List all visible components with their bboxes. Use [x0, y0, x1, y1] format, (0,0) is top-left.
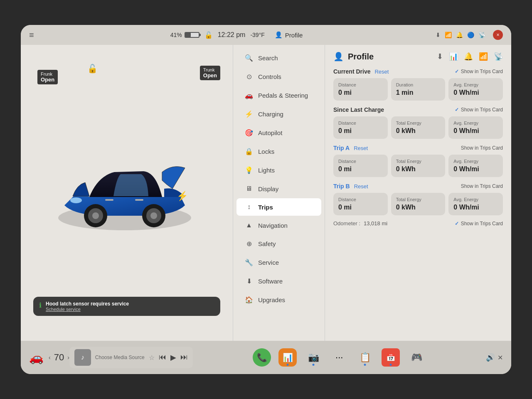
menu-item-autopilot[interactable]: 🎯 Autopilot	[236, 124, 321, 142]
media-source-text: Choose Media Source	[95, 355, 145, 360]
menu-item-charging[interactable]: ⚡ Charging	[236, 105, 321, 123]
music-icon: ♪	[81, 354, 84, 361]
navigation-icon: ▲	[245, 222, 253, 229]
upgrades-icon: 🏠	[245, 296, 253, 304]
contacts-button[interactable]: 📋	[356, 348, 374, 367]
menu-item-locks[interactable]: 🔒 Locks	[236, 143, 321, 160]
service-icon: 🔧	[245, 259, 253, 266]
person-icon: 👤	[275, 31, 283, 39]
menu-label-service: Service	[258, 259, 279, 266]
notification-banner: ℹ Hood latch sensor requires service Sch…	[33, 297, 220, 316]
stat-card-duration: Duration 1 min	[391, 78, 446, 101]
menu-label-charging: Charging	[258, 111, 283, 118]
checkmark-current: ✓	[455, 69, 459, 74]
stat-label-distance-b: Distance	[338, 197, 383, 202]
car-home-icon[interactable]: 🚗	[29, 351, 44, 365]
trip-a-title: Trip A	[333, 145, 350, 151]
main-content: Frunk Open Trunk Open 🔓	[21, 45, 511, 341]
battery-bar	[185, 32, 200, 38]
menu-item-safety[interactable]: ⊕ Safety	[236, 235, 321, 253]
charging-icon: ⚡	[245, 110, 253, 118]
car-image-area: Frunk Open Trunk Open 🔓	[21, 45, 233, 341]
menu-item-pedals[interactable]: 🚗 Pedals & Steering	[236, 86, 321, 104]
close-button[interactable]: ×	[493, 30, 503, 40]
notification-action[interactable]: Schedule service	[46, 307, 129, 312]
trip-b-reset[interactable]: Reset	[354, 183, 368, 190]
play-button[interactable]: ▶	[170, 353, 176, 362]
menu-icon-top[interactable]: ≡	[29, 30, 34, 40]
phone-button[interactable]: 📞	[253, 348, 271, 367]
menu-item-navigation[interactable]: ▲ Navigation	[236, 217, 321, 234]
temperature-display: -39°F	[250, 32, 264, 38]
battery-percent: 41%	[170, 32, 182, 38]
more-button[interactable]: ···	[330, 348, 348, 367]
menu-label-safety: Safety	[258, 240, 276, 247]
calendar-button[interactable]: 📅	[382, 348, 400, 367]
stat-card-total-energy-since: Total Energy 0 kWh	[391, 116, 446, 139]
stat-label-total-energy-a: Total Energy	[396, 159, 441, 164]
media-dot	[287, 364, 289, 366]
stat-label-avg-energy-b: Avg. Energy	[453, 197, 498, 202]
taskbar-left: 🚗 ‹ 70 ›	[29, 351, 69, 365]
svg-rect-10	[135, 199, 143, 201]
calendar-dot	[390, 364, 392, 366]
stat-card-total-energy-a: Total Energy 0 kWh	[391, 155, 446, 177]
media-button[interactable]: 📊	[278, 348, 297, 367]
stat-label-duration: Duration	[396, 82, 441, 87]
stat-value-duration: 1 min	[396, 89, 441, 96]
favorite-icon[interactable]: ☆	[149, 354, 155, 362]
odometer-row: Odometer : 13,018 mi ✓ Show in Trips Car…	[333, 220, 503, 227]
trip-b-title: Trip B	[333, 183, 350, 190]
status-left: 41% 🔓 12:22 pm -39°F 👤 Profile	[170, 31, 303, 39]
lock-icon-status[interactable]: 🔓	[204, 31, 213, 39]
bell-icon-panel: 🔔	[464, 52, 473, 61]
notification-title: Hood latch sensor requires service	[46, 301, 129, 307]
frunk-label: Frunk Open	[37, 70, 58, 84]
menu-item-display[interactable]: 🖥 Display	[236, 180, 321, 197]
trip-a-stats: Distance 0 mi Total Energy 0 kWh Avg. En…	[333, 155, 503, 177]
current-drive-stats: Distance 0 mi Duration 1 min Avg. Energy…	[333, 78, 503, 101]
stat-label-distance-since: Distance	[338, 121, 383, 126]
info-icon: ℹ	[39, 301, 42, 309]
prev-track-button[interactable]: ⏮	[159, 353, 166, 362]
menu-item-trips[interactable]: ↕ Trips	[236, 198, 321, 216]
checkmark-since: ✓	[455, 107, 459, 113]
next-track-button[interactable]: ⏭	[180, 353, 188, 362]
software-icon: ⬇	[245, 277, 253, 285]
apps-button[interactable]: 🎮	[407, 348, 426, 367]
volume-icon[interactable]: 🔊	[486, 353, 495, 362]
camera-button[interactable]: 📷	[304, 348, 323, 367]
menu-item-controls[interactable]: ⊙ Controls	[236, 68, 321, 86]
menu-item-lights[interactable]: 💡 Lights	[236, 161, 321, 179]
trunk-label: Trunk Open	[200, 66, 220, 80]
menu-item-search[interactable]: 🔍 Search	[236, 49, 321, 67]
trunk-status: Open	[203, 72, 217, 79]
since-last-charge-stats: Distance 0 mi Total Energy 0 kWh Avg. En…	[333, 116, 503, 139]
menu-item-upgrades[interactable]: 🏠 Upgrades	[236, 291, 321, 309]
stat-value-energy-current: 0 Wh/mi	[453, 89, 498, 96]
speed-decrease[interactable]: ‹	[49, 354, 51, 361]
trip-b-stats: Distance 0 mi Total Energy 0 kWh Avg. En…	[333, 193, 503, 215]
odometer-show-trips: ✓ Show in Trips Card	[455, 221, 503, 227]
menu-label-search: Search	[258, 54, 278, 62]
odometer-label: Odometer :	[333, 220, 360, 227]
bluetooth-icon: 🔵	[467, 32, 474, 38]
trip-a-reset[interactable]: Reset	[354, 145, 368, 151]
stat-label-distance-a: Distance	[338, 159, 383, 164]
show-trips-text-current: Show in Trips Card	[461, 69, 503, 74]
profile-button[interactable]: 👤 Profile	[275, 31, 303, 39]
mute-icon[interactable]: ✕	[498, 354, 503, 362]
current-drive-reset[interactable]: Reset	[374, 69, 389, 75]
tesla-screen: ≡ 41% 🔓 12:22 pm -39°F 👤 Profile ⬇ 📶 🔔 🔵	[21, 25, 511, 374]
car-svg: ⚡	[48, 135, 206, 251]
menu-item-software[interactable]: ⬇ Software	[236, 272, 321, 290]
menu-item-service[interactable]: 🔧 Service	[236, 254, 321, 271]
menu-label-locks: Locks	[258, 148, 274, 155]
right-panel: 👤 Profile ⬇ 📊 🔔 📶 📡 Current Drive Reset …	[325, 45, 511, 341]
since-last-charge-show-trips: ✓ Show in Trips Card	[455, 107, 503, 113]
stat-card-distance-since: Distance 0 mi	[333, 116, 388, 139]
odometer-value: 13,018 mi	[364, 220, 387, 227]
stat-label-energy-current: Avg. Energy	[453, 82, 498, 87]
media-thumbnail: ♪	[74, 349, 91, 366]
time-display: 12:22 pm	[218, 31, 246, 39]
